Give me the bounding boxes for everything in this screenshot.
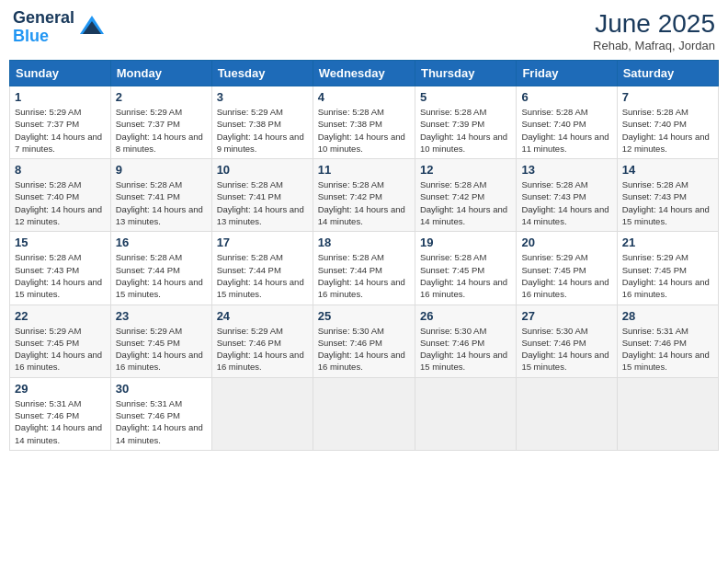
day-cell: 23 Sunrise: 5:29 AM Sunset: 7:45 PM Dayl… xyxy=(110,304,211,377)
day-info: Sunrise: 5:29 AM Sunset: 7:37 PM Dayligh… xyxy=(15,106,106,155)
day-number: 20 xyxy=(521,236,611,249)
day-number: 3 xyxy=(217,90,308,104)
day-cell: 22 Sunrise: 5:29 AM Sunset: 7:45 PM Dayl… xyxy=(10,304,111,377)
day-cell: 17 Sunrise: 5:28 AM Sunset: 7:44 PM Dayl… xyxy=(211,232,313,304)
day-cell xyxy=(211,377,313,450)
day-cell: 12 Sunrise: 5:28 AM Sunset: 7:42 PM Dayl… xyxy=(415,159,516,232)
day-number: 19 xyxy=(420,236,511,249)
logo: GeneralBlue xyxy=(13,9,106,46)
col-header-wednesday: Wednesday xyxy=(313,61,415,86)
day-number: 11 xyxy=(318,163,410,177)
day-number: 7 xyxy=(622,90,713,104)
day-number: 15 xyxy=(15,236,106,249)
day-number: 24 xyxy=(217,309,308,323)
month-title: June 2025 xyxy=(593,9,715,39)
day-cell: 27 Sunrise: 5:30 AM Sunset: 7:46 PM Dayl… xyxy=(517,304,617,377)
day-cell: 29 Sunrise: 5:31 AM Sunset: 7:46 PM Dayl… xyxy=(10,377,111,450)
day-cell: 2 Sunrise: 5:29 AM Sunset: 7:37 PM Dayli… xyxy=(110,86,211,159)
day-number: 23 xyxy=(116,309,207,323)
week-row-4: 22 Sunrise: 5:29 AM Sunset: 7:45 PM Dayl… xyxy=(10,304,719,377)
day-number: 22 xyxy=(15,309,106,323)
day-number: 10 xyxy=(217,163,308,177)
day-cell: 15 Sunrise: 5:28 AM Sunset: 7:43 PM Dayl… xyxy=(10,232,111,304)
day-cell: 14 Sunrise: 5:28 AM Sunset: 7:43 PM Dayl… xyxy=(617,159,718,232)
day-info: Sunrise: 5:29 AM Sunset: 7:38 PM Dayligh… xyxy=(217,106,308,155)
col-header-sunday: Sunday xyxy=(10,61,111,86)
day-info: Sunrise: 5:29 AM Sunset: 7:37 PM Dayligh… xyxy=(116,106,207,155)
day-info: Sunrise: 5:28 AM Sunset: 7:42 PM Dayligh… xyxy=(420,178,511,227)
day-cell: 4 Sunrise: 5:28 AM Sunset: 7:38 PM Dayli… xyxy=(313,86,415,159)
day-info: Sunrise: 5:31 AM Sunset: 7:46 PM Dayligh… xyxy=(622,325,713,373)
day-number: 2 xyxy=(116,90,207,104)
col-header-thursday: Thursday xyxy=(415,61,516,86)
day-cell: 18 Sunrise: 5:28 AM Sunset: 7:44 PM Dayl… xyxy=(313,232,415,304)
day-number: 12 xyxy=(420,163,511,177)
day-info: Sunrise: 5:28 AM Sunset: 7:42 PM Dayligh… xyxy=(318,178,410,227)
day-cell: 21 Sunrise: 5:29 AM Sunset: 7:45 PM Dayl… xyxy=(617,232,718,304)
day-number: 28 xyxy=(622,309,713,323)
title-section: June 2025 Rehab, Mafraq, Jordan xyxy=(593,9,715,52)
day-number: 5 xyxy=(420,90,511,104)
day-number: 18 xyxy=(318,236,410,249)
day-number: 25 xyxy=(318,309,410,323)
day-info: Sunrise: 5:28 AM Sunset: 7:40 PM Dayligh… xyxy=(15,178,106,227)
day-info: Sunrise: 5:28 AM Sunset: 7:40 PM Dayligh… xyxy=(521,106,611,155)
day-info: Sunrise: 5:29 AM Sunset: 7:45 PM Dayligh… xyxy=(15,325,106,373)
day-cell: 16 Sunrise: 5:28 AM Sunset: 7:44 PM Dayl… xyxy=(110,232,211,304)
day-cell: 3 Sunrise: 5:29 AM Sunset: 7:38 PM Dayli… xyxy=(211,86,313,159)
day-info: Sunrise: 5:30 AM Sunset: 7:46 PM Dayligh… xyxy=(318,325,410,373)
logo-icon xyxy=(78,14,106,41)
week-row-1: 1 Sunrise: 5:29 AM Sunset: 7:37 PM Dayli… xyxy=(10,86,719,159)
day-number: 30 xyxy=(116,382,207,396)
day-number: 27 xyxy=(521,309,611,323)
day-info: Sunrise: 5:31 AM Sunset: 7:46 PM Dayligh… xyxy=(15,397,106,446)
day-number: 29 xyxy=(15,382,106,396)
day-cell: 26 Sunrise: 5:30 AM Sunset: 7:46 PM Dayl… xyxy=(415,304,516,377)
day-number: 14 xyxy=(622,163,713,177)
day-number: 26 xyxy=(420,309,511,323)
col-header-friday: Friday xyxy=(517,61,617,86)
day-info: Sunrise: 5:29 AM Sunset: 7:45 PM Dayligh… xyxy=(622,251,713,300)
day-info: Sunrise: 5:28 AM Sunset: 7:38 PM Dayligh… xyxy=(318,106,410,155)
day-cell: 5 Sunrise: 5:28 AM Sunset: 7:39 PM Dayli… xyxy=(415,86,516,159)
day-info: Sunrise: 5:28 AM Sunset: 7:43 PM Dayligh… xyxy=(15,251,106,300)
day-number: 13 xyxy=(521,163,611,177)
day-cell xyxy=(313,377,415,450)
day-cell: 25 Sunrise: 5:30 AM Sunset: 7:46 PM Dayl… xyxy=(313,304,415,377)
day-number: 9 xyxy=(116,163,207,177)
location-subtitle: Rehab, Mafraq, Jordan xyxy=(593,39,715,52)
col-header-tuesday: Tuesday xyxy=(211,61,313,86)
day-cell: 28 Sunrise: 5:31 AM Sunset: 7:46 PM Dayl… xyxy=(617,304,718,377)
day-cell: 8 Sunrise: 5:28 AM Sunset: 7:40 PM Dayli… xyxy=(10,159,111,232)
day-info: Sunrise: 5:28 AM Sunset: 7:43 PM Dayligh… xyxy=(521,178,611,227)
page-header: GeneralBlue June 2025 Rehab, Mafraq, Jor… xyxy=(9,9,719,52)
day-number: 8 xyxy=(15,163,106,177)
day-info: Sunrise: 5:28 AM Sunset: 7:43 PM Dayligh… xyxy=(622,178,713,227)
day-cell: 24 Sunrise: 5:29 AM Sunset: 7:46 PM Dayl… xyxy=(211,304,313,377)
day-cell xyxy=(517,377,617,450)
day-info: Sunrise: 5:28 AM Sunset: 7:45 PM Dayligh… xyxy=(420,251,511,300)
day-cell: 1 Sunrise: 5:29 AM Sunset: 7:37 PM Dayli… xyxy=(10,86,111,159)
day-cell: 10 Sunrise: 5:28 AM Sunset: 7:41 PM Dayl… xyxy=(211,159,313,232)
day-info: Sunrise: 5:28 AM Sunset: 7:41 PM Dayligh… xyxy=(217,178,308,227)
logo-text: GeneralBlue xyxy=(13,9,74,46)
day-cell: 30 Sunrise: 5:31 AM Sunset: 7:46 PM Dayl… xyxy=(110,377,211,450)
day-info: Sunrise: 5:28 AM Sunset: 7:40 PM Dayligh… xyxy=(622,106,713,155)
day-number: 17 xyxy=(217,236,308,249)
day-cell: 20 Sunrise: 5:29 AM Sunset: 7:45 PM Dayl… xyxy=(517,232,617,304)
day-number: 1 xyxy=(15,90,106,104)
day-info: Sunrise: 5:28 AM Sunset: 7:44 PM Dayligh… xyxy=(217,251,308,300)
day-number: 21 xyxy=(622,236,713,249)
week-row-5: 29 Sunrise: 5:31 AM Sunset: 7:46 PM Dayl… xyxy=(10,377,719,450)
day-cell xyxy=(415,377,516,450)
day-info: Sunrise: 5:30 AM Sunset: 7:46 PM Dayligh… xyxy=(420,325,511,373)
col-header-monday: Monday xyxy=(110,61,211,86)
day-info: Sunrise: 5:28 AM Sunset: 7:44 PM Dayligh… xyxy=(116,251,207,300)
day-number: 6 xyxy=(521,90,611,104)
calendar-header-row: SundayMondayTuesdayWednesdayThursdayFrid… xyxy=(10,61,719,86)
day-cell: 9 Sunrise: 5:28 AM Sunset: 7:41 PM Dayli… xyxy=(110,159,211,232)
week-row-3: 15 Sunrise: 5:28 AM Sunset: 7:43 PM Dayl… xyxy=(10,232,719,304)
day-info: Sunrise: 5:28 AM Sunset: 7:39 PM Dayligh… xyxy=(420,106,511,155)
day-cell xyxy=(617,377,718,450)
col-header-saturday: Saturday xyxy=(617,61,718,86)
